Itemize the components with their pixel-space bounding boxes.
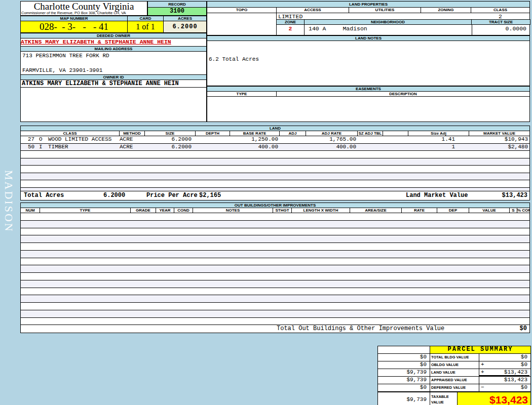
zone-value: 2 [276, 25, 305, 35]
address-line2: FARMVILLE, VA 23901-3901 [22, 67, 102, 73]
out-buildings-total-value: $0 [520, 325, 527, 333]
parcel-summary: PARCEL SUMMARY $0 TOTAL BLDG VALUE $0 $0… [377, 346, 531, 405]
summary-label: OBLDG VALUE [430, 361, 479, 369]
ob-h-value: VALUE [469, 208, 510, 213]
topo-label: TOPO [207, 8, 277, 13]
owner-id-value: ATKINS MARY ELIZABETH & STEPHANIE ANNE H… [20, 79, 207, 88]
summary-row: $9,739 APPRAISED VALUE $13,423 [378, 376, 530, 384]
land-class-code: 27 [28, 136, 39, 143]
land-base-rate: 400.00 [230, 144, 280, 151]
land-class-code: 50 [28, 144, 39, 150]
land-class-sub: O [39, 136, 48, 143]
land-note: 6.2 Total Acres [207, 41, 529, 62]
land-adj-rate: 1,765.00 [306, 136, 358, 143]
commissioner-line: Commissioner of the Revenue, PO Box 308,… [21, 11, 147, 15]
ob-h-type: TYPE [40, 208, 131, 213]
access-label: ACCESS [277, 8, 349, 13]
zone-label: ZONE [277, 20, 305, 24]
land-h-depth: DEPTH [196, 131, 230, 136]
easement-description-label: DESCRIPTION [277, 92, 529, 96]
district-watermark: MADISON [2, 170, 15, 233]
summary-left-value: $9,739 [378, 369, 430, 376]
ob-h-year: YEAR [156, 208, 174, 213]
address-line1: 713 PERSIMMON TREE FORK RD [21, 52, 206, 59]
ob-h-notes: NOTES [193, 208, 273, 213]
summary-label: APPRAISED VALUE [430, 377, 479, 384]
land-method: ACRE [120, 136, 145, 143]
out-buildings-total-label: Total Out Buildings & Other Improvements… [277, 325, 444, 333]
empty-row [21, 158, 529, 166]
easements-empty-box [207, 96, 530, 122]
summary-left-value: $0 [378, 361, 430, 369]
land-market-value-label: Land Market Value [406, 191, 468, 200]
tract-size-label: TRACT SIZE [472, 20, 530, 24]
parcel-record-page: MADISON Charlotte County Virginia Commis… [0, 0, 532, 405]
taxable-label: TAXABLE VALUE [430, 392, 458, 405]
land-market-value: $10,943 [469, 136, 529, 143]
land-row: 50ITIMBER ACRE 6.2000 400.00 400.00 1 $2… [21, 144, 529, 151]
easement-type-label: TYPE [207, 92, 277, 96]
class-label: CLASS [471, 8, 529, 13]
acres-value: 6.2000 [163, 21, 207, 33]
land-totals-row: Total Acres 6.2000 Price Per Acre $2,165… [20, 191, 530, 200]
ob-h-num: NUM [21, 208, 40, 213]
record-value: 3100 [147, 7, 207, 16]
land-adj-rate: 400.00 [306, 144, 358, 151]
land-class-name: TIMBER [48, 144, 68, 150]
empty-row [21, 303, 529, 310]
land-notes-box: 6.2 Total Acres [207, 40, 530, 86]
empty-row [21, 221, 529, 228]
summary-value: $13,423 [504, 377, 527, 384]
neighborhood-name: Madison [343, 25, 367, 32]
card-value: 1 of 1 [127, 21, 164, 33]
summary-value: $0 [521, 361, 527, 369]
land-h-size-adj: Size Adj [408, 131, 469, 136]
taxable-left-value: $9,739 [378, 392, 430, 405]
deeded-owner-value: ATKINS MARY ELIZABETH & STEPHANIE ANNE H… [20, 38, 207, 47]
ob-h-area-size: AREA/SIZE [350, 208, 402, 213]
parcel-summary-title: PARCEL SUMMARY [430, 346, 530, 353]
summary-op: + [481, 369, 484, 375]
total-acres-label: Total Acres [24, 191, 64, 200]
summary-label: DEFERRED VALUE [430, 384, 479, 391]
summary-row: $9,739 LAND VALUE +$13,423 [378, 369, 530, 376]
land-size-adj: 1 [408, 144, 469, 151]
land-h-adj: ADJ [280, 131, 306, 136]
total-acres-value: 6.2000 [103, 191, 125, 200]
summary-row: $0 DEFERRED VALUE −$0 [378, 384, 530, 391]
ob-h-cond: COND [174, 208, 193, 213]
taxable-value: $13,423 [458, 392, 530, 405]
price-per-acre-label: Price Per Acre [146, 191, 198, 200]
ob-h-length-width: LENGTH X WIDTH [292, 208, 350, 213]
neighborhood-code: 140 A [309, 25, 326, 32]
summary-value: $0 [521, 384, 527, 391]
ob-h-s: S [510, 208, 517, 213]
empty-row [21, 173, 529, 181]
summary-left-value: $0 [378, 384, 430, 391]
empty-row [21, 295, 529, 303]
ob-h-grade: GRADE [131, 208, 156, 213]
summary-row: $0 TOTAL BLDG VALUE $0 [378, 353, 530, 361]
utilities-label: UTILITIES [349, 8, 421, 13]
land-h-adj-rate: ADJ RATE [306, 131, 358, 136]
empty-row [21, 151, 529, 158]
land-h-class: CLASS [21, 131, 120, 136]
land-h-sz-adj-tbl: SZ ADJ TBL [358, 131, 383, 136]
summary-op: + [481, 361, 484, 369]
land-h-base-rate: BASE RATE [230, 131, 280, 136]
empty-row [21, 243, 529, 251]
county-title: Charlotte County Virginia [21, 2, 147, 11]
empty-row [21, 235, 529, 243]
empty-row [21, 166, 529, 173]
land-base-rate: 1,250.00 [230, 136, 280, 143]
summary-blank-cell [378, 346, 430, 353]
empty-row [21, 265, 529, 273]
ob-h-sthgt: STHGT [273, 208, 292, 213]
summary-value: $0 [521, 354, 527, 361]
land-class-sub: I [39, 144, 48, 150]
land-h-market-value: MARKET VALUE [469, 131, 529, 136]
empty-row [21, 273, 529, 280]
land-h-method: METHOD [120, 131, 145, 136]
empty-row [21, 180, 529, 188]
ob-h-pct-comp: % COMP [517, 208, 529, 213]
